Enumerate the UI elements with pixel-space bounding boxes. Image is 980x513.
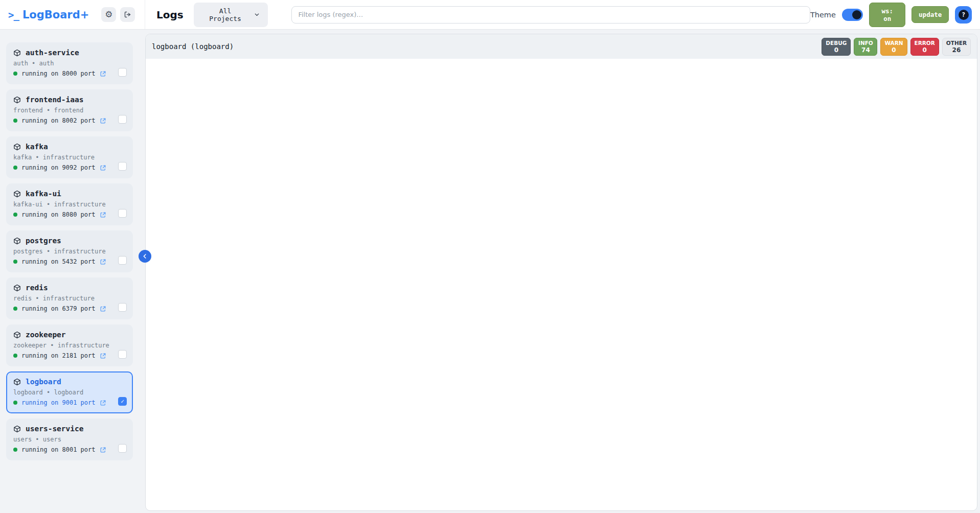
badge-label: DEBUG	[826, 40, 847, 46]
service-card-header: logboard	[13, 378, 126, 386]
status-dot	[13, 213, 17, 217]
badge-label: ERROR	[915, 40, 935, 46]
service-meta: auth • auth	[13, 60, 126, 67]
status-dot	[13, 260, 17, 264]
log-level-badge[interactable]: WARN 0	[880, 38, 907, 56]
gear-icon: ⚙	[105, 10, 112, 19]
status-dot	[13, 354, 17, 358]
status-dot	[13, 119, 17, 123]
page-title: Logs	[156, 9, 184, 21]
service-card[interactable]: auth-service auth • auth running on 8000…	[6, 42, 133, 84]
external-link-icon[interactable]	[100, 212, 106, 218]
log-level-badge[interactable]: DEBUG 0	[822, 38, 851, 56]
service-name: redis	[26, 284, 48, 292]
package-icon	[13, 96, 21, 104]
service-status-row: running on 8001 port	[13, 446, 126, 453]
badge-label: INFO	[858, 40, 873, 46]
settings-button[interactable]: ⚙	[101, 7, 116, 22]
external-link-icon[interactable]	[100, 353, 106, 359]
project-filter-label: All Projects	[202, 7, 249, 22]
chevron-down-icon	[254, 12, 260, 17]
service-card-header: kafka-ui	[13, 190, 126, 198]
service-card[interactable]: kafka kafka • infrastructure running on …	[6, 136, 133, 178]
service-card-header: postgres	[13, 237, 126, 245]
update-button[interactable]: update	[911, 6, 949, 23]
package-icon	[13, 425, 21, 433]
external-link-icon[interactable]	[100, 71, 106, 77]
question-mark-icon: ?	[959, 10, 969, 20]
service-status-row: running on 9092 port	[13, 164, 126, 171]
log-panel: logboard (logboard) DEBUG 0 INFO 74 WARN…	[145, 34, 977, 511]
package-icon	[13, 237, 21, 245]
terminal-prompt-icon: >_	[8, 9, 19, 20]
service-checkbox[interactable]	[118, 209, 127, 218]
log-filter-input[interactable]	[291, 6, 810, 24]
collapse-sidebar-button[interactable]	[139, 250, 151, 263]
service-name: kafka-ui	[26, 190, 61, 198]
service-name: frontend-iaas	[26, 96, 84, 104]
external-link-icon[interactable]	[100, 118, 106, 124]
service-status-text: running on 8001 port	[21, 446, 96, 453]
service-checkbox[interactable]	[118, 68, 127, 77]
service-card[interactable]: users-service users • users running on 8…	[6, 418, 133, 460]
service-status-text: running on 8000 port	[21, 70, 96, 77]
package-icon	[13, 331, 21, 339]
external-link-icon[interactable]	[100, 400, 106, 406]
package-icon	[13, 284, 21, 292]
project-filter-dropdown[interactable]: All Projects	[194, 3, 268, 27]
websocket-toggle-button[interactable]: ws: on	[869, 3, 905, 27]
status-dot	[13, 72, 17, 76]
service-status-text: running on 6379 port	[21, 305, 96, 312]
service-card[interactable]: kafka-ui kafka-ui • infrastructure runni…	[6, 183, 133, 225]
log-level-badge[interactable]: OTHER 26	[942, 38, 971, 56]
theme-toggle[interactable]	[842, 9, 863, 21]
service-meta: logboard • logboard	[13, 389, 126, 396]
external-link-icon[interactable]	[100, 165, 106, 171]
help-button[interactable]: ?	[955, 6, 972, 24]
service-checkbox[interactable]	[118, 162, 127, 171]
log-level-badge[interactable]: ERROR 0	[910, 38, 939, 56]
sidebar: auth-service auth • auth running on 8000…	[0, 30, 139, 513]
log-panel-title: logboard (logboard)	[152, 42, 234, 51]
log-viewport[interactable]	[146, 59, 977, 510]
logout-button[interactable]	[120, 7, 135, 22]
service-status-text: running on 9092 port	[21, 164, 96, 171]
service-card[interactable]: redis redis • infrastructure running on …	[6, 277, 133, 319]
service-status-row: running on 5432 port	[13, 258, 126, 265]
badge-count: 0	[884, 46, 903, 54]
service-name: zookeeper	[26, 331, 66, 339]
service-checkbox[interactable]	[118, 444, 127, 453]
service-card[interactable]: frontend-iaas frontend • frontend runnin…	[6, 89, 133, 131]
service-meta: kafka-ui • infrastructure	[13, 201, 126, 208]
external-link-icon[interactable]	[100, 447, 106, 453]
header-actions: Theme ws: on update ?	[810, 3, 972, 27]
service-card-header: redis	[13, 284, 126, 292]
service-meta: kafka • infrastructure	[13, 154, 126, 161]
app-title: LogBoard+	[22, 9, 89, 21]
log-level-badge[interactable]: INFO 74	[854, 38, 877, 56]
service-name: logboard	[26, 378, 61, 386]
service-checkbox[interactable]	[118, 397, 127, 406]
service-status-text: running on 5432 port	[21, 258, 96, 265]
service-checkbox[interactable]	[118, 303, 127, 312]
external-link-icon[interactable]	[100, 259, 106, 265]
service-checkbox[interactable]	[118, 350, 127, 359]
badge-label: WARN	[884, 40, 903, 46]
badge-count: 0	[915, 46, 935, 54]
top-header: >_ LogBoard+ ⚙ Logs All Projects Theme w…	[0, 0, 980, 30]
service-card-header: auth-service	[13, 49, 126, 57]
external-link-icon[interactable]	[100, 306, 106, 312]
service-card[interactable]: logboard logboard • logboard running on …	[6, 371, 133, 413]
service-status-row: running on 6379 port	[13, 305, 126, 312]
service-name: postgres	[26, 237, 61, 245]
service-card-header: zookeeper	[13, 331, 126, 339]
service-checkbox[interactable]	[118, 256, 127, 265]
main-header: Logs All Projects Theme ws: on update ?	[145, 0, 980, 29]
service-meta: redis • infrastructure	[13, 295, 126, 302]
service-meta: postgres • infrastructure	[13, 248, 126, 255]
service-card[interactable]: postgres postgres • infrastructure runni…	[6, 230, 133, 272]
service-checkbox[interactable]	[118, 115, 127, 124]
service-card[interactable]: zookeeper zookeeper • infrastructure run…	[6, 324, 133, 366]
service-status-row: running on 2181 port	[13, 352, 126, 359]
service-card-header: frontend-iaas	[13, 96, 126, 104]
